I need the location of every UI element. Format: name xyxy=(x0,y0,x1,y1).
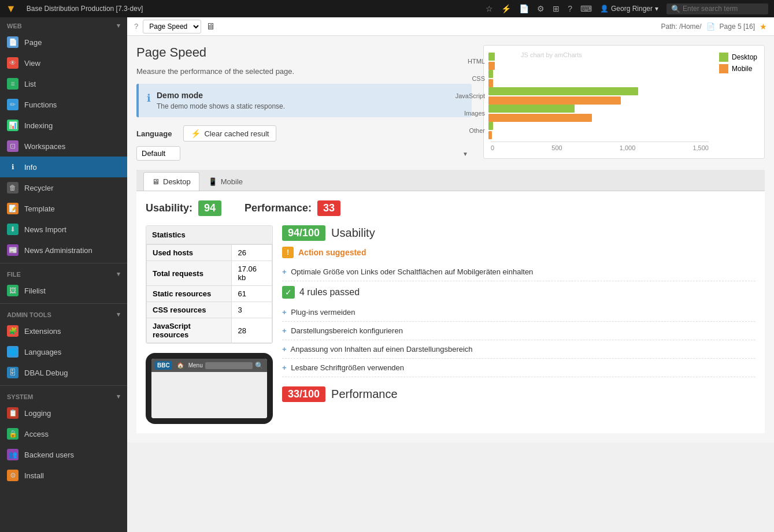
phone-content xyxy=(151,372,267,418)
language-row: Language ⚡ Clear cached result xyxy=(136,125,472,142)
system-section-header: SYSTEM ▾ xyxy=(0,388,127,403)
clear-cached-result-button[interactable]: ⚡ Clear cached result xyxy=(183,125,276,142)
user-menu[interactable]: 👤 Georg Ringer ▾ xyxy=(600,5,658,13)
sidebar-item-page[interactable]: 📄 Page xyxy=(0,32,127,53)
logging-icon: 📋 xyxy=(7,407,18,419)
bar-images-mobile xyxy=(488,114,592,122)
system-section-arrow: ▾ xyxy=(117,393,120,400)
stats-col: Statistics Used hosts26Total requests17.… xyxy=(146,225,273,424)
sidebar-label-news-admin: News Administration xyxy=(24,246,92,255)
breadcrumb-page: Page 5 [16] xyxy=(720,23,755,31)
usability-heading: Usability xyxy=(331,226,375,240)
help-icon[interactable]: ? xyxy=(568,4,572,13)
sidebar-item-install[interactable]: ⚙ Install xyxy=(0,465,127,486)
chart-xaxis: 0 500 1,000 1,500 xyxy=(491,142,709,151)
phone-addr-icon: 🏠 xyxy=(177,362,184,369)
search-input[interactable] xyxy=(683,5,764,13)
xaxis-0: 0 xyxy=(491,144,494,151)
demo-title: Demo mode xyxy=(157,91,285,100)
grid-icon[interactable]: ⊞ xyxy=(553,4,560,13)
chart-area: JS chart by amCharts HTML xyxy=(483,45,765,161)
sidebar-label-list: List xyxy=(24,80,36,88)
keyboard-icon[interactable]: ⌨ xyxy=(580,4,592,13)
gear-icon[interactable]: ⚙ xyxy=(537,4,545,13)
stat-label: CSS resources xyxy=(147,302,232,318)
lightning-icon: ⚡ xyxy=(191,129,201,138)
ps-left: Page Speed Measure the performance of th… xyxy=(136,45,472,161)
tab-mobile[interactable]: 📱 Mobile xyxy=(199,172,251,191)
flash-icon[interactable]: ⚡ xyxy=(501,4,511,13)
bar-js-desktop xyxy=(488,87,638,95)
news-admin-icon: 📰 xyxy=(7,244,18,256)
user-icon: 👤 xyxy=(600,5,609,13)
languages-icon: 🌐 xyxy=(7,346,18,358)
pages-icon[interactable]: 📄 xyxy=(519,4,529,13)
bar-html-desktop xyxy=(488,53,495,61)
sidebar-item-functions[interactable]: ✏ Functions xyxy=(0,94,127,115)
web-section-arrow: ▾ xyxy=(117,22,120,29)
bookmark-star-icon[interactable]: ★ xyxy=(760,22,767,31)
sidebar-item-filelist[interactable]: 🖼 Filelist xyxy=(0,280,127,301)
sidebar-item-extensions[interactable]: 🧩 Extensions xyxy=(0,321,127,341)
sidebar-item-news-admin[interactable]: 📰 News Administration xyxy=(0,240,127,261)
plugin-item-text: Plug-ins vermeiden xyxy=(291,308,355,317)
action-suggested-label: Action suggested xyxy=(298,248,366,257)
news-import-icon: ⬇ xyxy=(7,224,18,235)
sidebar-item-indexing[interactable]: 📊 Indexing xyxy=(0,115,127,136)
language-select-wrap: Default xyxy=(136,146,472,161)
template-icon: 📝 xyxy=(7,203,18,214)
sidebar-item-view[interactable]: 👁 View xyxy=(0,53,127,73)
stat-value: 61 xyxy=(232,286,272,302)
search-box[interactable]: 🔍 xyxy=(666,3,768,14)
sidebar-item-backend-users[interactable]: 👥 Backend users xyxy=(0,444,127,465)
legend-desktop-color xyxy=(719,53,728,62)
action-item[interactable]: + Optimale Größe von Links oder Schaltfl… xyxy=(282,263,756,281)
rules-passed-label: 4 rules passed xyxy=(299,287,360,297)
usability-score-badge: 94 xyxy=(198,200,221,216)
usability-badge: 94/100 xyxy=(282,225,325,241)
plugin-item[interactable]: + Plug-ins vermeiden xyxy=(282,303,756,322)
performance-label-prefix: Performance: xyxy=(245,202,312,214)
performance-badge: 33/100 xyxy=(282,386,325,402)
anpassung-item[interactable]: + Anpassung von Inhalten auf einen Darst… xyxy=(282,340,756,359)
darstellungsbereich-item-text: Darstellungsbereich konfigurieren xyxy=(291,326,403,335)
logo-icon: ▼ xyxy=(6,3,16,15)
tabs-bar: 🖥 Desktop 📱 Mobile xyxy=(136,170,765,191)
breadcrumb-path: Path: /Home/ xyxy=(661,23,702,31)
chart-main: HTML CSS xyxy=(491,53,709,151)
sidebar-item-news-import[interactable]: ⬇ News Import xyxy=(0,219,127,240)
stats-table-wrap: Statistics Used hosts26Total requests17.… xyxy=(146,225,273,344)
pagespeed-dropdown[interactable]: Page Speed xyxy=(143,20,201,34)
sidebar-label-access: Access xyxy=(24,430,49,438)
sidebar-label-dbal: DBAL Debug xyxy=(24,369,68,377)
clear-btn-label: Clear cached result xyxy=(204,129,269,138)
bottom-two-col: Statistics Used hosts26Total requests17.… xyxy=(146,225,756,424)
sidebar-label-extensions: Extensions xyxy=(24,327,61,336)
language-select[interactable]: Default xyxy=(136,146,180,161)
sidebar-label-backend-users: Backend users xyxy=(24,451,74,459)
tab-desktop[interactable]: 🖥 Desktop xyxy=(143,172,199,191)
web-section-header: WEB ▾ xyxy=(0,17,127,32)
chart-container: JS chart by amCharts HTML xyxy=(483,45,765,159)
plus-icon-2: + xyxy=(282,308,287,317)
topbar-icons: ☆ ⚡ 📄 ⚙ ⊞ ? ⌨ 👤 Georg Ringer ▾ 🔍 xyxy=(486,3,768,14)
sidebar-item-logging[interactable]: 📋 Logging xyxy=(0,403,127,423)
sidebar-item-template[interactable]: 📝 Template xyxy=(0,198,127,219)
chart-row-css: CSS xyxy=(491,70,709,87)
darstellungsbereich-item[interactable]: + Darstellungsbereich konfigurieren xyxy=(282,322,756,340)
star-icon[interactable]: ☆ xyxy=(486,4,493,13)
question-icon: ? xyxy=(134,22,138,31)
sidebar-item-dbal[interactable]: 🗄 DBAL Debug xyxy=(0,362,127,383)
bar-js-mobile xyxy=(488,96,621,105)
admin-section-arrow: ▾ xyxy=(117,311,120,318)
lesbare-item[interactable]: + Lesbare Schriftgrößen verwenden xyxy=(282,359,756,377)
sidebar-item-recycler[interactable]: 🗑 Recycler xyxy=(0,177,127,198)
sidebar-item-access[interactable]: 🔒 Access xyxy=(0,423,127,444)
sidebar-item-workspaces[interactable]: ⊡ Workspaces xyxy=(0,136,127,157)
plus-icon-1: + xyxy=(282,267,287,276)
sidebar-item-info[interactable]: ℹ Info xyxy=(0,157,127,177)
access-icon: 🔒 xyxy=(7,428,18,440)
sidebar-item-languages[interactable]: 🌐 Languages xyxy=(0,341,127,362)
sidebar-item-list[interactable]: ≡ List xyxy=(0,73,127,94)
demo-desc: The demo mode shows a static response. xyxy=(157,102,285,110)
